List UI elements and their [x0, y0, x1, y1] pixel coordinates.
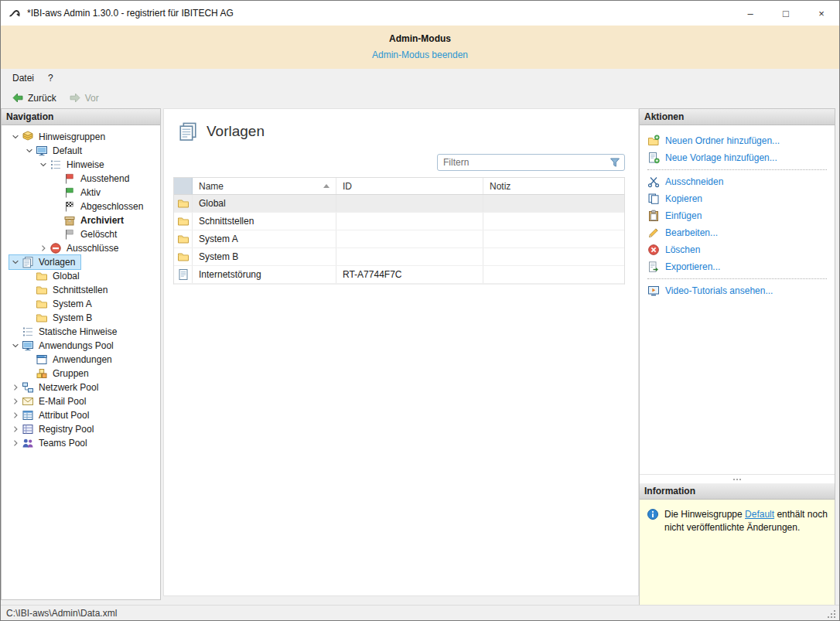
action-label: Kopieren [665, 193, 702, 204]
tree-item-teams-pool[interactable]: Teams Pool [2, 436, 160, 450]
window-icon [36, 353, 48, 366]
chevron-right-icon[interactable] [37, 242, 50, 254]
action-video-tutorials-ansehen[interactable]: Video-Tutorials ansehen... [647, 282, 835, 299]
admin-mode-exit-link[interactable]: Admin-Modus beenden [372, 49, 468, 60]
column-header-name[interactable]: Name [193, 178, 336, 194]
action-label: Ausschneiden [665, 176, 723, 187]
icon-column-header[interactable] [174, 178, 193, 194]
folder-new-icon [647, 135, 660, 147]
resize-grip-icon[interactable] [825, 608, 836, 619]
tree-item-system-b[interactable]: System B [2, 311, 160, 325]
tree-item-label: Hinweise [65, 159, 106, 170]
actions-header: Aktionen [640, 109, 835, 125]
action-einfügen[interactable]: Einfügen [647, 207, 835, 224]
tree-item-e-mail-pool[interactable]: E-Mail Pool [2, 394, 160, 408]
column-name-label: Name [199, 181, 224, 192]
chevron-right-icon[interactable] [9, 423, 22, 435]
table-header-row: Name ID Notiz [174, 178, 624, 195]
table-row-schnittstellen[interactable]: Schnittstellen [174, 213, 624, 230]
tree-item-gruppen[interactable]: Gruppen [2, 367, 160, 380]
expander-spacer [23, 270, 36, 282]
cell-name: System A [193, 230, 336, 247]
cell-id: RT-A7744F7C [336, 266, 483, 283]
tree-item-default[interactable]: Default [2, 144, 160, 158]
vorlagen-table-body: GlobalSchnittstellenSystem ASystem BInte… [174, 195, 624, 284]
mail-icon [22, 395, 34, 408]
tree-item-hinweisgruppen[interactable]: Hinweisgruppen [2, 130, 160, 144]
tree-item-attribut-pool[interactable]: Attribut Pool [2, 408, 160, 422]
filter-icon[interactable] [609, 156, 621, 169]
expander-spacer [23, 312, 36, 324]
template-new-icon [647, 152, 660, 164]
archive-icon [63, 214, 76, 227]
action-neue-vorlage-hinzufügen[interactable]: Neue Vorlage hinzufügen... [647, 149, 835, 166]
tree-item-schnittstellen[interactable]: Schnittstellen [2, 283, 160, 297]
minimize-button[interactable]: – [732, 1, 768, 26]
chevron-right-icon[interactable] [9, 395, 22, 408]
panel-splitter[interactable] [640, 474, 835, 483]
expander-spacer [23, 353, 36, 366]
menu-help[interactable]: ? [41, 70, 60, 86]
tree-item-gelöscht[interactable]: Gelöscht [2, 227, 160, 241]
folder-icon [36, 270, 48, 282]
action-kopieren[interactable]: Kopieren [647, 190, 835, 207]
chevron-down-icon[interactable] [9, 340, 22, 352]
tree-item-ausschlüsse[interactable]: Ausschlüsse [2, 241, 160, 255]
chevron-down-icon[interactable] [23, 145, 36, 157]
chevron-down-icon[interactable] [37, 159, 50, 171]
tree-item-global[interactable]: Global [2, 269, 160, 283]
action-label: Löschen [665, 244, 700, 255]
copy-icon [647, 193, 660, 205]
maximize-button[interactable]: □ [768, 1, 804, 26]
tree-item-archiviert[interactable]: Archiviert [2, 213, 160, 227]
cell-id [336, 248, 483, 265]
action-neuen-ordner-hinzufügen[interactable]: Neuen Ordner hinzufügen... [647, 132, 835, 149]
tree-item-registry-pool[interactable]: Registry Pool [2, 422, 160, 436]
admin-mode-banner: Admin-Modus Admin-Modus beenden [1, 26, 839, 69]
workspace: Navigation HinweisgruppenDefaultHinweise… [1, 108, 839, 605]
navigation-panel: Navigation HinweisgruppenDefaultHinweise… [1, 108, 161, 600]
tree-item-label: Anwendungen [51, 354, 114, 365]
tree-item-system-a[interactable]: System A [2, 297, 160, 311]
action-löschen[interactable]: Löschen [647, 241, 835, 258]
cell-id [336, 213, 483, 230]
tree-item-netzwerk-pool[interactable]: Netzwerk Pool [2, 380, 160, 394]
flag-gray-icon [63, 228, 76, 241]
chevron-down-icon[interactable] [9, 131, 22, 143]
tree-item-hinweise[interactable]: Hinweise [2, 158, 160, 172]
cell-notiz [483, 230, 624, 247]
action-ausschneiden[interactable]: Ausschneiden [647, 173, 835, 190]
noentry-icon [50, 242, 62, 254]
chevron-right-icon[interactable] [9, 381, 22, 394]
table-row-global[interactable]: Global [174, 195, 624, 213]
table-row-system-a[interactable]: System A [174, 230, 624, 248]
column-header-id[interactable]: ID [336, 178, 483, 194]
tree-item-vorlagen[interactable]: Vorlagen [2, 255, 160, 269]
tree-item-abgeschlossen[interactable]: Abgeschlossen [2, 200, 160, 213]
window-title: *IBI-aws Admin 1.30.0 - registriert für … [27, 8, 234, 19]
chevron-down-icon[interactable] [9, 256, 22, 268]
action-label: Video-Tutorials ansehen... [665, 285, 773, 296]
table-row-internetstörung[interactable]: InternetstörungRT-A7744F7C [174, 266, 624, 284]
tree-item-aktiv[interactable]: Aktiv [2, 186, 160, 200]
filter-input[interactable] [438, 157, 609, 168]
forward-label: Vor [85, 93, 99, 104]
chevron-right-icon[interactable] [9, 437, 22, 449]
forward-button[interactable]: Vor [63, 90, 104, 106]
tree-item-statische-hinweise[interactable]: Statische Hinweise [2, 325, 160, 339]
tree-item-anwendungen[interactable]: Anwendungen [2, 353, 160, 367]
action-exportieren[interactable]: Exportieren... [647, 258, 835, 275]
column-header-notiz[interactable]: Notiz [483, 178, 624, 194]
chevron-right-icon[interactable] [9, 409, 22, 421]
network-icon [22, 381, 34, 394]
tree-item-ausstehend[interactable]: Ausstehend [2, 172, 160, 186]
action-label: Exportieren... [665, 261, 720, 272]
action-bearbeiten[interactable]: Bearbeiten... [647, 224, 835, 241]
close-button[interactable]: × [804, 1, 839, 26]
back-button[interactable]: Zurück [6, 90, 62, 106]
menu-datei[interactable]: Datei [5, 70, 41, 86]
default-group-link[interactable]: Default [745, 509, 774, 520]
statusbar-path: C:\IBI-aws\Admin\Data.xml [6, 608, 117, 619]
tree-item-anwendungs-pool[interactable]: Anwendungs Pool [2, 339, 160, 353]
table-row-system-b[interactable]: System B [174, 248, 624, 266]
